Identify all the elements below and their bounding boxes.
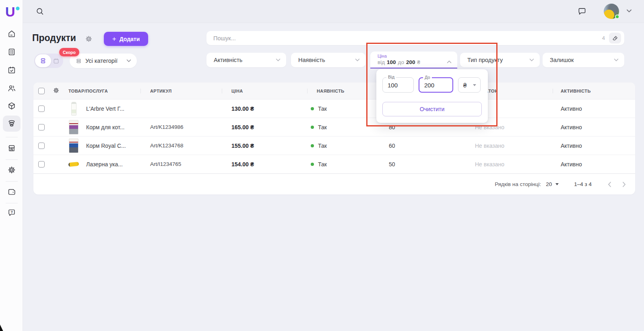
list-view-toggle[interactable] xyxy=(35,54,51,67)
soon-badge: Скоро xyxy=(59,48,79,56)
calendar-view-icon xyxy=(53,58,60,64)
next-page-button[interactable] xyxy=(619,180,629,189)
table-row[interactable]: Корм для кот... Art/K1234986 165.00 ₴ Та… xyxy=(33,118,635,137)
product-image xyxy=(68,138,79,153)
sidebar-item-products[interactable] xyxy=(3,116,21,132)
filter-product-type[interactable]: Тип продукту xyxy=(460,53,540,67)
search-icon[interactable] xyxy=(35,7,44,16)
column-settings-gear-icon[interactable] xyxy=(51,87,68,95)
sidebar-item-store[interactable] xyxy=(3,140,21,156)
price-filter-label: Ціна xyxy=(378,54,452,58)
clear-price-filter-button[interactable]: Очистити xyxy=(382,102,482,116)
category-filter-label: Усі категорії xyxy=(85,58,123,64)
chevron-down-icon xyxy=(276,58,281,62)
eraser-icon xyxy=(612,35,618,41)
storefront-icon xyxy=(7,144,16,153)
product-image xyxy=(68,157,79,172)
price-currency: ₴ xyxy=(417,59,421,65)
product-name: Лазерна ука... xyxy=(86,161,123,168)
table-row[interactable]: Корм Royal C... Art/K1234768 155.00 ₴ Та… xyxy=(33,137,635,155)
chevron-down-icon xyxy=(126,59,131,62)
sidebar-item-settings[interactable] xyxy=(3,162,21,178)
price-to-input[interactable]: До 200 xyxy=(419,77,453,93)
product-tax: Не вказано xyxy=(467,143,553,149)
chevron-down-icon xyxy=(355,58,360,62)
add-product-button[interactable]: + Додати xyxy=(104,32,148,46)
availability-value: Так xyxy=(318,106,327,112)
chevron-left-icon xyxy=(608,182,611,187)
page-settings-gear-icon[interactable] xyxy=(85,35,93,44)
product-activity: Активно xyxy=(553,124,635,130)
column-header-sku[interactable]: АРТИКУЛ xyxy=(140,89,222,93)
price-filter-popover: Від 100 До 200 ₴ Очистити xyxy=(376,69,488,123)
product-price: 155.00 ₴ xyxy=(222,143,307,149)
chevron-down-icon[interactable] xyxy=(626,9,632,13)
price-from-input-label: Від xyxy=(386,74,396,79)
filter-stock[interactable]: Залишок xyxy=(543,53,624,67)
column-header-product[interactable]: ТОВАР/ПОСЛУГА xyxy=(68,89,140,93)
select-all-checkbox[interactable] xyxy=(38,88,45,94)
journal-icon xyxy=(7,48,16,56)
sidebar-divider xyxy=(6,137,18,137)
previous-page-button[interactable] xyxy=(605,180,614,189)
availability-value: Так xyxy=(318,124,327,130)
column-header-price[interactable]: ЦІНА xyxy=(222,89,307,93)
currency-select[interactable]: ₴ xyxy=(458,77,481,93)
add-button-label: Додати xyxy=(120,36,140,42)
rows-per-page-select[interactable]: 20 xyxy=(546,181,559,187)
sidebar-item-home[interactable] xyxy=(3,26,21,42)
product-tax: Не вказано xyxy=(467,161,553,168)
availability-dot xyxy=(311,126,314,129)
package-icon xyxy=(7,101,16,110)
price-from-word: від xyxy=(378,59,385,65)
product-image xyxy=(68,120,79,135)
table-row[interactable]: L'Arbre Vert Г... 130.00 ₴ Так Активно xyxy=(33,99,635,118)
gear-icon xyxy=(7,166,16,174)
row-checkbox[interactable] xyxy=(38,143,45,149)
rows-per-page-label: Рядків на сторінці: xyxy=(495,181,541,187)
app-logo[interactable]: U xyxy=(4,3,21,20)
product-image xyxy=(68,101,79,116)
sidebar-item-inventory[interactable] xyxy=(3,98,21,114)
help-bubble-icon: ? xyxy=(7,208,16,217)
price-to-input-value: 200 xyxy=(424,82,434,89)
product-price: 165.00 ₴ xyxy=(222,124,307,130)
page-title: Продукти xyxy=(32,33,76,43)
row-checkbox[interactable] xyxy=(38,106,45,112)
row-checkbox[interactable] xyxy=(38,124,45,130)
select-caret-icon xyxy=(473,84,476,86)
category-filter[interactable]: Усі категорії xyxy=(70,54,137,68)
availability-value: Так xyxy=(318,161,327,168)
sidebar-item-help[interactable]: ? xyxy=(3,205,21,221)
calendar-view-toggle[interactable] xyxy=(49,54,63,67)
filter-availability[interactable]: Наявність xyxy=(291,53,365,67)
currency-select-value: ₴ xyxy=(463,82,466,89)
sidebar-item-clients[interactable] xyxy=(3,80,21,96)
row-checkbox[interactable] xyxy=(38,161,45,168)
table-footer: Рядків на сторінці: 20 1–4 з 4 xyxy=(33,174,635,194)
price-to-value: 200 xyxy=(406,59,415,65)
home-icon xyxy=(7,29,16,38)
chat-icon[interactable] xyxy=(578,7,586,16)
price-to-word: до xyxy=(398,59,404,65)
product-sku: Art/K1234986 xyxy=(140,124,222,130)
pagination-range: 1–4 з 4 xyxy=(574,181,592,187)
column-header-availability[interactable]: НАЯВНІСТЬ xyxy=(307,89,376,93)
sidebar-item-finance[interactable] xyxy=(3,184,21,200)
filter-activity[interactable]: Активність xyxy=(206,53,286,67)
filter-price[interactable]: Ціна від 100 до 200 ₴ xyxy=(370,52,457,68)
calendar-check-icon xyxy=(7,66,16,74)
search-result-count: 4 xyxy=(602,35,605,41)
column-header-activity[interactable]: АКТИВНІСТЬ xyxy=(553,89,635,93)
clear-search-button[interactable] xyxy=(609,33,621,43)
sidebar-divider xyxy=(6,203,18,203)
availability-value: Так xyxy=(318,143,327,149)
online-status-dot xyxy=(615,14,619,19)
sidebar-item-orders[interactable] xyxy=(3,44,21,60)
sidebar-item-calendar[interactable] xyxy=(3,62,21,78)
table-row[interactable]: Лазерна ука... Art/I1234765 154.00 ₴ Так… xyxy=(33,155,635,174)
products-table: ТОВАР/ПОСЛУГА АРТИКУЛ ЦІНА НАЯВНІСТЬ ЗАЛ… xyxy=(33,83,635,194)
product-sku: Art/I1234765 xyxy=(140,161,222,167)
price-from-input[interactable]: Від 100 xyxy=(382,77,414,93)
search-bar[interactable]: Пошук... 4 xyxy=(206,31,624,45)
